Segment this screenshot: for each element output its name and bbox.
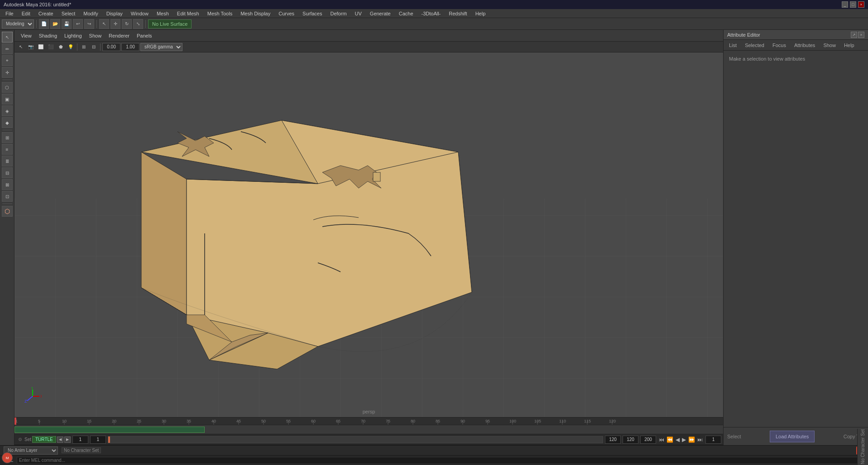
vp-menu-view[interactable]: View	[18, 32, 34, 39]
vp-menu-lighting[interactable]: Lighting	[62, 32, 85, 39]
menu-cache[interactable]: Cache	[395, 10, 417, 17]
menu-display[interactable]: Display	[103, 10, 126, 17]
menu-mesh-tools[interactable]: Mesh Tools	[204, 10, 236, 17]
attr-tab-list[interactable]: List	[725, 42, 740, 49]
attr-float-btn[interactable]: ↗	[851, 32, 857, 38]
vp-value-b[interactable]	[121, 43, 139, 51]
ring-tool[interactable]: ◈	[2, 105, 13, 116]
paint-tool[interactable]: ✏	[2, 43, 13, 54]
vp-tex-btn[interactable]: ⬟	[56, 43, 65, 52]
lasso-tool[interactable]: ⌖	[2, 55, 13, 66]
play-back-btn[interactable]: ◀	[675, 437, 681, 443]
menu-mesh-display[interactable]: Mesh Display	[237, 10, 274, 17]
redo-btn[interactable]: ↪	[84, 19, 94, 29]
move-tool-left[interactable]: ✛	[2, 67, 13, 78]
vp-solid-btn[interactable]: ⬛	[46, 43, 55, 52]
menu-help[interactable]: Help	[472, 10, 489, 17]
attr-tab-show[interactable]: Show	[820, 42, 839, 49]
menu-uv[interactable]: UV	[351, 10, 365, 17]
frame-range-display[interactable]	[108, 436, 603, 443]
attr-tab-help[interactable]: Help	[840, 42, 858, 49]
timeline-ruler[interactable]: 1 5 10 15 20 25 30 35	[14, 417, 723, 425]
anim-layer-select[interactable]: No Anim Layer	[4, 446, 58, 455]
grid-tool-6[interactable]: ⊡	[2, 191, 13, 202]
menu-surfaces[interactable]: Surfaces	[299, 10, 326, 17]
diamond-tool[interactable]: ◆	[2, 117, 13, 128]
skip-start-btn[interactable]: ⏮	[658, 437, 665, 443]
menu-file[interactable]: File	[2, 10, 17, 17]
workspace-dropdown[interactable]: Modeling	[2, 19, 34, 28]
playback-end-input[interactable]	[640, 436, 656, 444]
start-frame-input[interactable]	[72, 436, 88, 444]
more-tool[interactable]: ⬡	[2, 206, 13, 217]
menu-mesh[interactable]: Mesh	[153, 10, 173, 17]
bottom-controls: ⚙ Set TURTLE ◀ ▶	[14, 434, 723, 445]
next-frame-btn[interactable]: ⏩	[687, 437, 696, 443]
select-tool-left[interactable]: ↖	[2, 32, 13, 43]
open-scene-btn[interactable]: 📂	[50, 19, 60, 29]
grid-tool-1[interactable]: ⊞	[2, 132, 13, 143]
vp-menu-panels[interactable]: Panels	[134, 32, 155, 39]
current-frame-input[interactable]	[90, 436, 106, 444]
vp-gamma-select[interactable]: sRGB gamma	[140, 43, 182, 51]
box-tool[interactable]: ▣	[2, 94, 13, 104]
prev-frame-btn[interactable]: ⏪	[666, 437, 674, 443]
mel-input[interactable]	[17, 457, 864, 464]
vp-snap-btn[interactable]: ⊟	[89, 43, 98, 52]
vp-grid-btn[interactable]: ⊞	[79, 43, 88, 52]
menu-edit-mesh[interactable]: Edit Mesh	[173, 10, 203, 17]
grid-tool-2[interactable]: ≡	[2, 144, 13, 155]
maximize-button[interactable]: □	[850, 1, 856, 8]
vp-value-a[interactable]	[102, 43, 120, 51]
vp-wireframe-btn[interactable]: ⬜	[36, 43, 45, 52]
vp-menu-shading[interactable]: Shading	[36, 32, 60, 39]
grid-tool-5[interactable]: ⊠	[2, 179, 13, 190]
frame-input-group: ⚙ Set TURTLE ◀ ▶	[16, 436, 71, 443]
range-end-input[interactable]	[623, 436, 638, 444]
persp-label: persp	[363, 409, 375, 414]
menu-curves[interactable]: Curves	[275, 10, 298, 17]
next-key-btn[interactable]: ▶	[64, 437, 71, 443]
menu-select[interactable]: Select	[58, 10, 79, 17]
attr-tab-attributes[interactable]: Attributes	[791, 42, 819, 49]
menu-redshift[interactable]: Redshift	[445, 10, 470, 17]
rotate-tool-btn[interactable]: ↻	[122, 19, 132, 29]
frame-range-bar[interactable]	[14, 427, 205, 433]
attr-tab-focus[interactable]: Focus	[769, 42, 790, 49]
grid-tool-3[interactable]: ≣	[2, 156, 13, 166]
frame-counter[interactable]	[705, 436, 721, 444]
scale-tool-btn[interactable]: ⤡	[133, 19, 143, 29]
save-scene-btn[interactable]: 💾	[62, 19, 72, 29]
attr-tab-selected[interactable]: Selected	[741, 42, 768, 49]
attr-close-btn[interactable]: ×	[858, 32, 864, 38]
select-tool-btn[interactable]: ↖	[99, 19, 109, 29]
menu-modify[interactable]: Modify	[80, 10, 101, 17]
vp-menu-show[interactable]: Show	[86, 32, 105, 39]
menu-create[interactable]: Create	[35, 10, 57, 17]
menu-window[interactable]: Window	[127, 10, 152, 17]
move-tool-btn[interactable]: ✛	[110, 19, 120, 29]
new-scene-btn[interactable]: 📄	[39, 19, 49, 29]
skip-end-btn[interactable]: ⏭	[696, 437, 704, 443]
menu-3dtoall[interactable]: -3DtoAll-	[418, 10, 445, 17]
timeline-track[interactable]	[14, 425, 723, 434]
turtle-tag[interactable]: TURTLE	[32, 436, 56, 443]
load-attributes-button[interactable]: Load Attributes	[770, 431, 815, 442]
viewport[interactable]: X Y Z persp	[14, 52, 723, 417]
close-button[interactable]: ×	[858, 1, 864, 8]
vp-select-btn[interactable]: ↖	[16, 43, 25, 52]
play-fwd-btn[interactable]: ▶	[681, 437, 687, 443]
undo-btn[interactable]: ↩	[73, 19, 83, 29]
menu-deform[interactable]: Deform	[326, 10, 350, 17]
vp-menu-renderer[interactable]: Renderer	[106, 32, 132, 39]
poly-tool[interactable]: ⬡	[2, 82, 13, 93]
menu-edit[interactable]: Edit	[18, 10, 34, 17]
vp-camera-btn[interactable]: 📷	[26, 43, 35, 52]
minimize-button[interactable]: _	[842, 1, 848, 8]
grid-tool-4[interactable]: ⊟	[2, 167, 13, 178]
menu-generate[interactable]: Generate	[366, 10, 394, 17]
settings-icon[interactable]: ⚙	[16, 436, 24, 443]
prev-key-btn[interactable]: ◀	[57, 437, 63, 443]
end-frame-input[interactable]	[605, 436, 621, 444]
vp-light-btn[interactable]: 💡	[66, 43, 75, 52]
